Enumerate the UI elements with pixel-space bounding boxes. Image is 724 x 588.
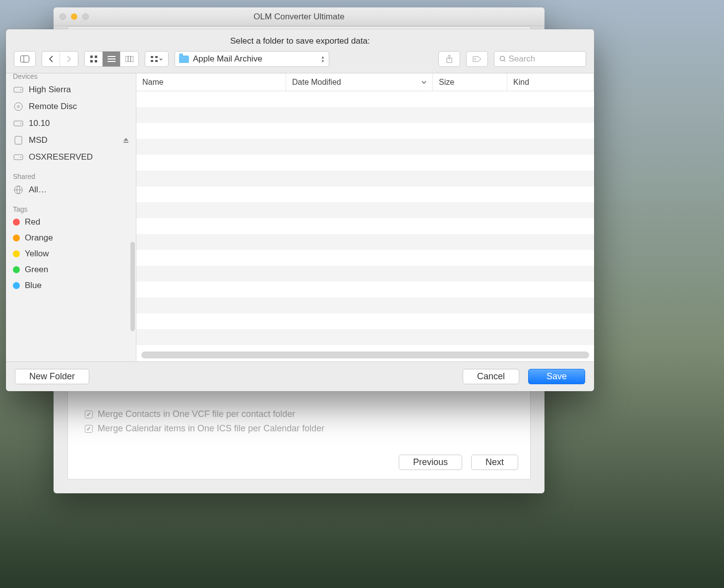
svg-rect-3 — [95, 56, 97, 58]
gallery-icon — [151, 56, 158, 62]
icon-view-button[interactable] — [85, 52, 103, 66]
previous-button[interactable]: Previous — [399, 455, 462, 470]
table-row — [136, 155, 594, 171]
table-row — [136, 250, 594, 266]
svg-rect-12 — [151, 56, 153, 58]
merge-contacts-option[interactable]: ✓ Merge Contacts in One VCF file per con… — [85, 409, 513, 419]
tag-dot-icon — [13, 266, 20, 273]
next-button[interactable]: Next — [471, 455, 518, 470]
svg-rect-25 — [14, 121, 23, 126]
tag-dot-icon — [13, 219, 20, 226]
sidebar-tag-green[interactable]: Green — [6, 262, 136, 278]
sidebar-header-devices: Devices — [6, 73, 136, 81]
sidebar-header-tags: Tags — [6, 198, 136, 214]
sidebar-item-label: All… — [29, 185, 47, 195]
hdd-icon — [13, 118, 24, 129]
new-folder-button[interactable]: New Folder — [15, 369, 89, 384]
sidebar-item-label: Red — [25, 217, 40, 227]
disc-icon — [13, 101, 24, 112]
merge-calendar-option[interactable]: ✓ Merge Calendar items in One ICS file p… — [85, 423, 513, 434]
column-size[interactable]: Size — [433, 73, 507, 91]
sidebar-tag-orange[interactable]: Orange — [6, 230, 136, 246]
folder-icon — [179, 56, 189, 63]
svg-point-19 — [500, 57, 505, 61]
forward-button[interactable] — [60, 52, 78, 66]
column-name[interactable]: Name — [136, 73, 286, 91]
table-row — [136, 202, 594, 218]
sidebar-toggle-button[interactable] — [14, 51, 36, 67]
svg-rect-27 — [15, 136, 22, 144]
sidebar-item-1010[interactable]: 10.10 — [6, 115, 136, 132]
table-row — [136, 266, 594, 282]
table-row — [136, 186, 594, 202]
cancel-button[interactable]: Cancel — [463, 369, 519, 384]
sidebar-item-all-shared[interactable]: All… — [6, 181, 136, 198]
tag-dot-icon — [13, 282, 20, 289]
window-title: OLM Converter Ultimate — [253, 12, 344, 22]
toolbar: Apple Mail Archive ▲▼ — [6, 51, 594, 73]
sidebar-item-label: MSD — [29, 135, 48, 145]
column-headers: Name Date Modified Size Kind — [136, 73, 594, 91]
tags-button[interactable] — [466, 51, 488, 67]
svg-rect-13 — [155, 56, 158, 58]
column-label: Size — [439, 78, 454, 87]
svg-rect-4 — [90, 60, 93, 62]
search-input[interactable] — [508, 54, 581, 64]
location-popup[interactable]: Apple Mail Archive ▲▼ — [175, 51, 329, 67]
back-button[interactable] — [42, 52, 60, 66]
sidebar-item-label: 10.10 — [29, 118, 50, 128]
file-rows[interactable] — [136, 91, 594, 361]
share-button[interactable] — [438, 51, 460, 67]
sidebar-item-osxreserved[interactable]: OSXRESERVED — [6, 149, 136, 166]
column-label: Name — [142, 78, 164, 87]
sidebar-item-msd[interactable]: MSD — [6, 132, 136, 149]
tag-icon — [472, 56, 482, 62]
column-date-modified[interactable]: Date Modified — [286, 73, 433, 91]
sidebar-tag-blue[interactable]: Blue — [6, 278, 136, 294]
sidebar-icon — [20, 56, 29, 62]
horizontal-scrollbar[interactable] — [141, 352, 589, 358]
group-by-button[interactable] — [145, 51, 169, 67]
zoom-window-button[interactable] — [82, 13, 89, 20]
column-label: Kind — [513, 78, 529, 87]
sidebar-scrollbar[interactable] — [130, 242, 135, 331]
table-row — [136, 218, 594, 234]
svg-point-18 — [475, 59, 476, 60]
column-kind[interactable]: Kind — [507, 73, 594, 91]
list-icon — [108, 56, 116, 62]
tag-dot-icon — [13, 250, 20, 257]
sidebar-item-label: Remote Disc — [29, 102, 77, 112]
chevron-down-icon — [422, 81, 426, 84]
sidebar-item-remote-disc[interactable]: Remote Disc — [6, 98, 136, 115]
sidebar-item-label: Green — [25, 265, 48, 275]
list-view-button[interactable] — [103, 52, 121, 66]
traffic-lights — [60, 13, 89, 20]
eject-icon[interactable] — [123, 137, 129, 143]
column-label: Date Modified — [292, 78, 341, 87]
search-icon — [499, 56, 505, 62]
save-button[interactable]: Save — [528, 369, 585, 384]
view-mode-group — [84, 51, 139, 67]
table-row — [136, 297, 594, 313]
sidebar-item-high-sierra[interactable]: High Sierra — [6, 81, 136, 98]
sidebar-item-label: High Sierra — [29, 85, 71, 95]
column-view-button[interactable] — [121, 52, 138, 66]
sidebar-tag-red[interactable]: Red — [6, 214, 136, 230]
sidebar-item-label: OSXRESERVED — [29, 152, 93, 162]
hdd-icon — [13, 84, 24, 95]
search-field[interactable] — [494, 51, 586, 67]
svg-rect-14 — [151, 60, 153, 62]
location-label: Apple Mail Archive — [193, 54, 317, 64]
table-row — [136, 313, 594, 329]
merge-calendar-label: Merge Calendar items in One ICS file per… — [98, 423, 324, 434]
sidebar-item-label: Yellow — [25, 249, 49, 259]
sidebar-tag-yellow[interactable]: Yellow — [6, 246, 136, 262]
svg-rect-9 — [125, 56, 133, 62]
minimize-window-button[interactable] — [71, 13, 77, 20]
sidebar-item-label: Orange — [25, 233, 53, 243]
svg-rect-30 — [14, 155, 23, 160]
table-row — [136, 171, 594, 186]
close-window-button[interactable] — [60, 13, 66, 20]
table-row — [136, 123, 594, 139]
svg-rect-15 — [155, 60, 158, 62]
